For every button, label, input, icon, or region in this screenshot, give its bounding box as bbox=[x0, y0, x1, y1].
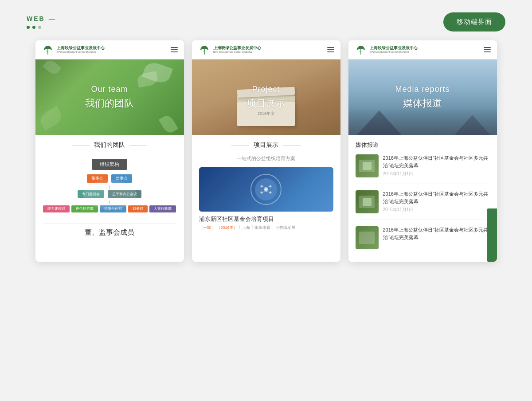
org-node-supervisor: 监事会 bbox=[111, 174, 132, 183]
network-icon bbox=[259, 183, 273, 196]
ham-m-line-3 bbox=[484, 51, 491, 52]
media-thumb-1 bbox=[356, 154, 379, 177]
phones-container: 上海映绿公益事业发展中心 NPO Development Center Shan… bbox=[0, 40, 532, 262]
connector-2 bbox=[43, 200, 177, 204]
title-line-right bbox=[129, 145, 147, 145]
phone-team-content: 我们的团队 组织架构 董事会 监事会 bbox=[35, 135, 184, 244]
tag-sustain: 可持续发展 bbox=[275, 225, 295, 231]
tag-period: （一期） bbox=[199, 225, 215, 231]
project-title-cn: 浦东新区社区基金会培育项目 bbox=[199, 215, 333, 223]
phone-media-logo: 上海映绿公益事业发展中心 NPO Development Center Shan… bbox=[355, 45, 418, 55]
dots-group bbox=[27, 26, 55, 29]
team-section-title: 我们的团队 bbox=[43, 141, 177, 149]
title-line-left bbox=[72, 145, 90, 145]
media-info-1: 2016年上海公益伙伴日"社区基金会与社区多元共治"论坛完美落幕 2016年11… bbox=[383, 154, 490, 177]
hero-cn-media: 媒体报道 bbox=[403, 97, 442, 110]
hero-text-overlay-project: Project 项目展示 bbox=[192, 59, 340, 135]
project-card bbox=[199, 167, 333, 212]
org-chart-container: 组织架构 董事会 监事会 bbox=[43, 155, 177, 219]
hamburger-media[interactable] bbox=[484, 47, 491, 52]
hero-text-overlay-team: Our team 我们的团队 bbox=[35, 59, 184, 135]
org-chart: 董事会 监事会 专门委员会 总干事办公会议 bbox=[43, 174, 177, 215]
hamburger-team[interactable] bbox=[171, 47, 178, 52]
tag-sep-1: | bbox=[239, 225, 240, 231]
board-title: 董、监事会成员 bbox=[43, 223, 177, 237]
phone-team-logo: 上海映绿公益事业发展中心 NPO Development Center Shan… bbox=[42, 45, 105, 55]
org-node-committee: 专门委员会 bbox=[78, 190, 104, 198]
media-item-2: 2016年上海公益伙伴日"社区基金会与社区多元共治"论坛完美落幕 2016年11… bbox=[356, 190, 490, 220]
logo-text-project: 上海映绿公益事业发展中心 NPO Development Center Shan… bbox=[213, 46, 261, 53]
org-node-eval: 评估研究部 bbox=[71, 205, 98, 212]
tag-type: 组织培育 bbox=[254, 225, 270, 231]
org-node-capacity: 能力建设部 bbox=[43, 205, 70, 212]
tag-year: （2016年） bbox=[217, 225, 238, 231]
logo-cn-media: 上海映绿公益事业发展中心 bbox=[370, 46, 418, 51]
org-node-hr: 人事行政部 bbox=[149, 205, 176, 212]
phone-project-hero: 2016年度 Project 项目展示 bbox=[192, 59, 340, 135]
media-thumb-3 bbox=[356, 226, 379, 249]
mobile-btn[interactable]: 移动端界面 bbox=[443, 12, 505, 31]
page-wrapper: WEB — 移动端界面 bbox=[0, 0, 532, 401]
project-card-img bbox=[199, 167, 333, 212]
logo-icon-project bbox=[198, 45, 211, 55]
phone-media-header: 上海映绿公益事业发展中心 NPO Development Center Shan… bbox=[348, 40, 497, 59]
org-btn[interactable]: 组织架构 bbox=[92, 159, 127, 170]
org-row-1: 董事会 监事会 bbox=[43, 174, 177, 183]
phone-project: 上海映绿公益事业发展中心 NPO Development Center Shan… bbox=[192, 40, 340, 262]
media-section-title: 媒体报道 bbox=[356, 141, 490, 149]
media-info-2: 2016年上海公益伙伴日"社区基金会与社区多元共治"论坛完美落幕 2016年11… bbox=[383, 190, 490, 213]
web-label: WEB bbox=[27, 15, 45, 22]
connector-1 bbox=[43, 185, 177, 189]
hero-cn-team: 我们的团队 bbox=[85, 97, 134, 110]
hamburger-project[interactable] bbox=[327, 47, 334, 52]
ham-p-line-1 bbox=[327, 47, 334, 48]
logo-icon-media bbox=[355, 45, 367, 55]
svg-point-2 bbox=[264, 188, 268, 191]
card-img-visual bbox=[250, 174, 282, 205]
media-info-3: 2016年上海公益伙伴日"社区基金会与社区多元共治"论坛完美落幕 bbox=[383, 226, 490, 249]
web-top-row: WEB — bbox=[27, 15, 55, 22]
green-accent-bar bbox=[487, 208, 497, 262]
web-dash: — bbox=[49, 15, 55, 22]
phone-team-header: 上海映绿公益事业发展中心 NPO Development Center Shan… bbox=[35, 40, 184, 59]
org-row-3: 能力建设部 评估研究部 交流合作部 财务部 人事行政部 bbox=[43, 205, 177, 212]
proj-title-line-right bbox=[283, 145, 301, 145]
org-node-finance: 财务部 bbox=[128, 205, 148, 212]
media-thumb-2 bbox=[356, 190, 379, 213]
media-title-1: 2016年上海公益伙伴日"社区基金会与社区多元共治"论坛完美落幕 bbox=[383, 154, 490, 169]
org-node-exchange: 交流合作部 bbox=[100, 205, 126, 212]
dot-1 bbox=[27, 26, 30, 29]
logo-cn-team: 上海映绿公益事业发展中心 bbox=[57, 46, 105, 51]
ham-line-1 bbox=[171, 47, 178, 48]
ham-p-line-2 bbox=[327, 49, 334, 50]
phone-media: 上海映绿公益事业发展中心 NPO Development Center Shan… bbox=[348, 40, 497, 262]
dot-2 bbox=[32, 26, 35, 29]
logo-en-media: NPO Development Center Shanghai bbox=[370, 51, 418, 54]
logo-cn-project: 上海映绿公益事业发展中心 bbox=[213, 46, 261, 51]
top-bar: WEB — 移动端界面 bbox=[0, 0, 532, 40]
proj-title-line-left bbox=[231, 145, 249, 145]
project-subtitle: 一站式的公益组织培育方案 bbox=[199, 155, 333, 162]
hero-en-project: Project bbox=[252, 85, 280, 94]
media-item-3: 2016年上海公益伙伴日"社区基金会与社区多元共治"论坛完美落幕 bbox=[356, 226, 490, 256]
ham-p-line-3 bbox=[327, 51, 334, 52]
project-section-title: 项目展示 bbox=[199, 141, 333, 149]
hero-cn-project: 项目展示 bbox=[246, 97, 286, 110]
phone-project-content: 项目展示 一站式的公益组织培育方案 bbox=[192, 135, 340, 237]
media-title-3: 2016年上海公益伙伴日"社区基金会与社区多元共治"论坛完美落幕 bbox=[383, 226, 490, 241]
web-label-wrapper: WEB — bbox=[27, 15, 55, 29]
media-date-2: 2016年11月1日 bbox=[383, 207, 490, 213]
tag-sep-2: | bbox=[252, 225, 253, 231]
logo-text-team: 上海映绿公益事业发展中心 NPO Development Center Shan… bbox=[57, 46, 105, 53]
media-item-1: 2016年上海公益伙伴日"社区基金会与社区多元共治"论坛完美落幕 2016年11… bbox=[356, 154, 490, 184]
tag-sep-3: | bbox=[272, 225, 273, 231]
hero-text-overlay-media: Media reports 媒体报道 bbox=[348, 59, 497, 135]
phone-team: 上海映绿公益事业发展中心 NPO Development Center Shan… bbox=[35, 40, 184, 262]
media-title-2: 2016年上海公益伙伴日"社区基金会与社区多元共治"论坛完美落幕 bbox=[383, 190, 490, 205]
ham-line-2 bbox=[171, 49, 178, 50]
ham-m-line-1 bbox=[484, 47, 491, 48]
logo-icon-team bbox=[42, 45, 54, 55]
phone-media-hero: Media reports 媒体报道 bbox=[348, 59, 497, 135]
logo-en-project: NPO Development Center Shanghai bbox=[213, 51, 261, 54]
ham-line-3 bbox=[171, 51, 178, 52]
